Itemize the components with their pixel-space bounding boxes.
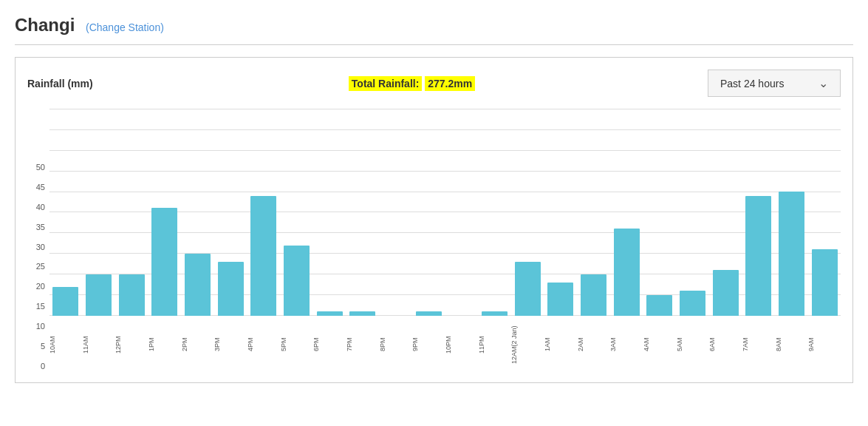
- bar: [349, 311, 375, 316]
- y-tick: 10: [27, 322, 45, 331]
- y-axis: 50454035302520151050: [27, 163, 49, 371]
- bar-group: [83, 274, 115, 316]
- y-tick: 20: [27, 283, 45, 291]
- x-label: 4PM: [247, 319, 280, 371]
- x-label: 2AM: [578, 319, 610, 371]
- bar: [317, 311, 343, 316]
- chart-container: Rainfall (mm) Total Rainfall: 277.2mm Pa…: [15, 57, 853, 383]
- x-label: 1AM: [544, 319, 577, 371]
- bar-group: [148, 208, 181, 316]
- total-rainfall-label: Total Rainfall: 277.2mm: [116, 78, 708, 89]
- chart-inner: 10AM11AM12PM1PM2PM3PM4PM5PM6PM7PM8PM9PM1…: [49, 109, 841, 371]
- bar-group: [281, 246, 313, 316]
- bar: [779, 192, 804, 316]
- bar-group: [709, 270, 742, 316]
- bar: [218, 262, 244, 316]
- x-labels: 10AM11AM12PM1PM2PM3PM4PM5PM6PM7PM8PM9PM1…: [49, 319, 841, 371]
- bar-group: [115, 274, 148, 316]
- change-station-link[interactable]: (Change Station): [86, 21, 164, 33]
- x-label: 7AM: [742, 319, 775, 371]
- x-label: 5AM: [677, 319, 709, 371]
- y-tick: 35: [27, 223, 45, 231]
- bar-group: [214, 262, 247, 316]
- bar: [119, 274, 145, 316]
- x-label: 8PM: [380, 319, 412, 371]
- x-label: 3AM: [610, 319, 643, 371]
- bar: [745, 196, 771, 316]
- x-label: 2PM: [182, 319, 214, 371]
- bar: [614, 229, 640, 316]
- y-tick: 50: [27, 163, 45, 172]
- x-label: 11PM: [479, 319, 511, 371]
- bar-group: [578, 274, 610, 316]
- bar-group: [247, 196, 280, 316]
- x-label: 3PM: [214, 319, 247, 371]
- bar-group: [610, 229, 643, 316]
- bar: [547, 283, 573, 316]
- x-label: 9AM: [808, 319, 841, 371]
- bar: [86, 274, 112, 316]
- bar: [713, 270, 739, 316]
- station-name: Changi: [15, 15, 75, 35]
- bar-group: [313, 311, 346, 316]
- bar-group: [643, 295, 676, 316]
- y-tick: 0: [27, 362, 45, 371]
- x-label: 12AM(2 Jan): [511, 319, 544, 371]
- x-label: 6AM: [709, 319, 742, 371]
- y-tick: 40: [27, 203, 45, 212]
- x-label: 4AM: [643, 319, 676, 371]
- time-period-label: Past 24 hours: [720, 78, 784, 89]
- bar: [185, 254, 211, 316]
- x-label: 11AM: [83, 319, 115, 371]
- x-label: 5PM: [281, 319, 313, 371]
- bar-group: [742, 196, 775, 316]
- chevron-down-icon: ⌄: [819, 76, 828, 90]
- x-label: 6PM: [313, 319, 346, 371]
- bar: [151, 208, 177, 316]
- bar: [812, 249, 838, 316]
- y-tick: 45: [27, 183, 45, 192]
- bar: [581, 274, 606, 316]
- bars-wrapper: [49, 109, 841, 316]
- bar-group: [677, 291, 709, 316]
- y-tick: 15: [27, 302, 45, 311]
- bar-group: [49, 287, 82, 316]
- y-tick: 5: [27, 342, 45, 351]
- x-label: 12PM: [115, 319, 148, 371]
- y-tick: 25: [27, 263, 45, 271]
- x-label: 9PM: [412, 319, 445, 371]
- x-label: 8AM: [776, 319, 808, 371]
- x-label: 1PM: [148, 319, 181, 371]
- bar: [284, 246, 310, 316]
- chart-y-label: Rainfall (mm): [27, 78, 116, 89]
- bar: [416, 311, 442, 316]
- bar: [482, 311, 508, 316]
- bar-group: [544, 283, 577, 316]
- bar: [515, 262, 541, 316]
- total-value: 277.2mm: [425, 76, 475, 91]
- time-period-selector[interactable]: Past 24 hours ⌄: [708, 70, 841, 97]
- bar-group: [776, 192, 808, 316]
- total-label-text: Total Rainfall:: [349, 76, 423, 91]
- bar-group: [412, 311, 445, 316]
- bar-group: [479, 311, 511, 316]
- y-tick: 30: [27, 243, 45, 251]
- chart-area: 50454035302520151050 10AM11AM12PM1PM2PM3…: [27, 109, 841, 371]
- page-title: Changi (Change Station): [15, 15, 853, 45]
- bar-group: [511, 262, 544, 316]
- chart-header: Rainfall (mm) Total Rainfall: 277.2mm Pa…: [27, 70, 841, 97]
- bar: [250, 196, 276, 316]
- bar: [680, 291, 705, 316]
- bar-group: [182, 254, 214, 316]
- x-label: 10PM: [445, 319, 478, 371]
- x-label: 7PM: [346, 319, 379, 371]
- bar-group: [808, 249, 841, 316]
- bar-group: [346, 311, 379, 316]
- x-label: 10AM: [49, 319, 82, 371]
- bar: [646, 295, 672, 316]
- bar: [52, 287, 78, 316]
